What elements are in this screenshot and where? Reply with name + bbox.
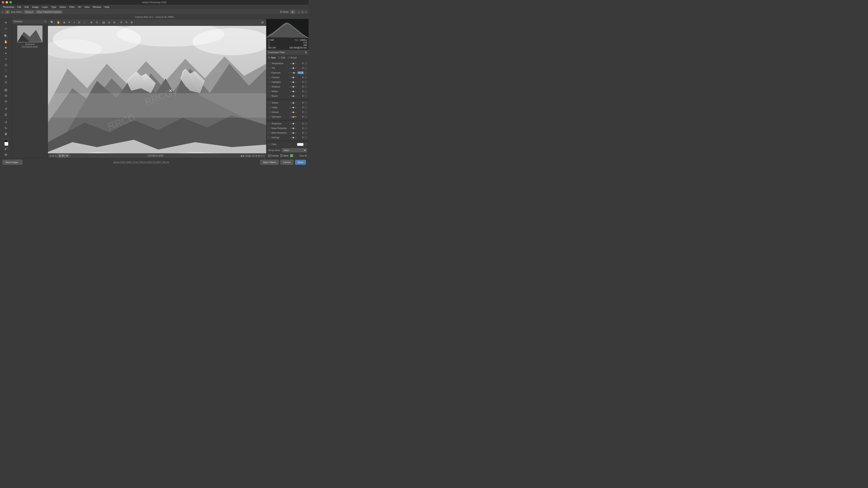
blacks-plus[interactable]: + bbox=[304, 95, 307, 98]
open-object-button[interactable]: Open Object bbox=[260, 160, 279, 165]
show-transform[interactable]: Show Transform Controls bbox=[36, 10, 63, 14]
highlights-minus[interactable]: − bbox=[268, 81, 271, 84]
contrast-minus[interactable]: − bbox=[268, 76, 271, 79]
brush-tool[interactable]: 🖌 bbox=[3, 146, 9, 152]
adj-icon[interactable]: ⌖ bbox=[73, 20, 76, 25]
rotate-cw[interactable]: ↻ bbox=[3, 125, 9, 131]
shadows-minus[interactable]: − bbox=[268, 85, 271, 88]
menu-view[interactable]: View bbox=[83, 5, 91, 9]
zoom-in-icon[interactable]: 🔍 bbox=[50, 20, 55, 24]
next-image-icon[interactable]: ▶ bbox=[243, 155, 245, 157]
prev-image-icon[interactable]: ◀ bbox=[240, 155, 242, 157]
moire-reduction-thumb[interactable] bbox=[292, 132, 294, 134]
close-button[interactable] bbox=[2, 1, 4, 4]
dehaze-track[interactable] bbox=[290, 112, 297, 112]
mask-checkbox[interactable] bbox=[280, 154, 283, 157]
defringe-minus[interactable]: − bbox=[268, 136, 271, 139]
radial-icon[interactable]: ◎ bbox=[107, 20, 111, 24]
blacks-thumb[interactable] bbox=[292, 95, 294, 97]
hand-tool[interactable]: ✋ bbox=[3, 39, 9, 44]
clear-icon[interactable]: ⊗ bbox=[130, 20, 134, 24]
menu-file[interactable]: File bbox=[16, 5, 23, 9]
tab-brush[interactable]: Brush bbox=[288, 56, 297, 59]
saturation-minus[interactable]: − bbox=[268, 116, 271, 119]
temperature-minus[interactable]: − bbox=[268, 62, 271, 65]
menu-window[interactable]: Window bbox=[92, 5, 102, 9]
shadows-track[interactable] bbox=[290, 87, 297, 87]
move-tool[interactable]: ✛ bbox=[3, 20, 9, 25]
trash-tool[interactable]: 🗑 bbox=[3, 131, 9, 137]
clarity-plus[interactable]: + bbox=[304, 106, 307, 109]
image-display[interactable]: RRCG RRCG RRCG RRCG ⊟ ⊠ ⊡ 31.9% ▾ bbox=[48, 26, 266, 158]
red-eye[interactable]: ⊙ bbox=[3, 79, 9, 85]
defringe-track[interactable] bbox=[290, 137, 297, 138]
clarity-thumb[interactable] bbox=[292, 107, 294, 108]
menu-filter[interactable]: Filter bbox=[68, 5, 76, 9]
dehaze-thumb[interactable] bbox=[292, 111, 294, 113]
color-info[interactable]: Adobe RGB (1998); 16 bit; 7952 by 5304 (… bbox=[24, 161, 258, 163]
tint-minus[interactable]: − bbox=[268, 67, 271, 70]
sharpness-plus[interactable]: + bbox=[304, 122, 307, 125]
clear-all-button[interactable]: Clear All bbox=[299, 155, 307, 157]
sampler-icon[interactable]: ✦ bbox=[67, 20, 71, 24]
menu-select[interactable]: Select bbox=[58, 5, 67, 9]
whites-thumb[interactable] bbox=[292, 91, 294, 92]
exposure-plus[interactable]: + bbox=[304, 71, 307, 74]
texture-plus[interactable]: + bbox=[304, 101, 307, 104]
search-icon[interactable]: ⌕ bbox=[298, 10, 300, 14]
texture-track[interactable] bbox=[290, 102, 297, 103]
exposure-thumb[interactable] bbox=[293, 72, 295, 74]
contrast-plus[interactable]: + bbox=[304, 76, 307, 79]
defringe-thumb[interactable] bbox=[292, 137, 294, 138]
texture-thumb[interactable] bbox=[292, 102, 294, 104]
expand-icon[interactable]: ⤢ bbox=[305, 10, 307, 13]
transform-icon[interactable]: ⬚ bbox=[83, 20, 87, 24]
tab-edit[interactable]: Edit bbox=[278, 56, 285, 59]
clarity-track[interactable] bbox=[290, 107, 297, 108]
menu-type[interactable]: Type bbox=[50, 5, 57, 9]
save-image-button[interactable]: Save Image... bbox=[3, 160, 23, 165]
shadows-plus[interactable]: + bbox=[304, 85, 307, 88]
heal-tool[interactable]: ↺ bbox=[3, 106, 9, 111]
preview-icon[interactable]: ⊞ bbox=[260, 20, 265, 24]
crop-tool[interactable]: ⊡ bbox=[3, 62, 9, 67]
overlay-checkbox[interactable] bbox=[268, 154, 271, 157]
workspace-icon[interactable]: ⊡ bbox=[301, 10, 304, 13]
graduated-filter[interactable]: ▤ bbox=[3, 87, 9, 92]
temperature-plus[interactable]: + bbox=[304, 62, 307, 65]
noise-reduction-track[interactable] bbox=[290, 128, 297, 129]
done-button[interactable]: Done bbox=[295, 160, 306, 165]
highlights-thumb[interactable] bbox=[292, 82, 294, 83]
saturation-track[interactable] bbox=[290, 117, 297, 117]
texture-minus[interactable]: − bbox=[268, 101, 271, 104]
blacks-track[interactable] bbox=[290, 96, 297, 96]
cancel-button[interactable]: Cancel bbox=[280, 160, 293, 165]
view-icon-3[interactable]: ⊡ bbox=[55, 155, 56, 157]
exposure-minus[interactable]: − bbox=[268, 71, 271, 74]
dehaze-plus[interactable]: + bbox=[304, 111, 307, 114]
maximize-button[interactable] bbox=[9, 1, 12, 4]
info-icon-3[interactable]: ⊡ bbox=[261, 155, 262, 157]
menu-3d[interactable]: 3D bbox=[77, 5, 82, 9]
tint-thumb[interactable] bbox=[292, 67, 294, 69]
highlights-track[interactable] bbox=[290, 82, 297, 83]
noise-reduction-minus[interactable]: − bbox=[268, 127, 271, 130]
tab-new[interactable]: New bbox=[268, 56, 276, 59]
targeted-adj[interactable]: ⌖ bbox=[3, 56, 9, 62]
crop-icon[interactable]: ⊡ bbox=[77, 20, 81, 24]
layer-tool[interactable]: ⊞ bbox=[3, 152, 9, 157]
adj-brush[interactable]: ⊘ bbox=[3, 99, 9, 104]
moire-reduction-minus[interactable]: − bbox=[268, 132, 271, 134]
color-plus[interactable]: + bbox=[304, 143, 307, 146]
more-options-icon[interactable]: ≡ bbox=[263, 155, 265, 157]
menu-edit[interactable]: Edit bbox=[23, 5, 30, 9]
contrast-thumb[interactable] bbox=[292, 77, 294, 78]
sharpness-track[interactable] bbox=[290, 123, 297, 124]
noise-reduction-thumb[interactable] bbox=[292, 128, 294, 129]
mask-green-swatch[interactable] bbox=[290, 154, 293, 157]
rotate-ccw[interactable]: ↺ bbox=[3, 120, 9, 125]
redo-icon[interactable]: ↻ bbox=[124, 20, 128, 24]
tint-track[interactable] bbox=[290, 68, 297, 68]
exposure-track[interactable] bbox=[290, 72, 297, 73]
filmstrip-collapse[interactable]: ≡ bbox=[45, 20, 46, 23]
